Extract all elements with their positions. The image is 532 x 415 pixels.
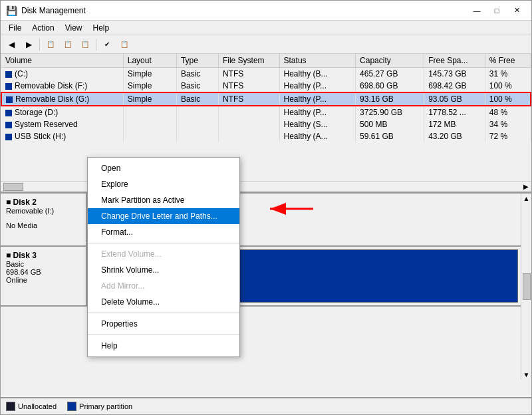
cell-layout: Simple (123, 80, 176, 92)
cell-capacity: 93.16 GB (356, 92, 424, 106)
legend-unallocated-box (6, 402, 15, 411)
table-row[interactable]: (C:) Simple Basic NTFS Healthy (B... 465… (1, 68, 531, 80)
menu-view[interactable]: View (60, 21, 88, 35)
menu-delete[interactable]: Delete Volume... (88, 294, 239, 310)
disk-row-2: ■ Disk 2 Removable (I:) No Media (1, 194, 521, 247)
cell-free: 145.73 GB (424, 68, 485, 80)
scrollbar-handle[interactable] (3, 183, 23, 191)
menu-shrink[interactable]: Shrink Volume... (88, 262, 239, 278)
h-scrollbar[interactable]: ▶ (1, 181, 531, 192)
toolbar: ◀ ▶ 📋 📋 📋 ✔ 📋 (1, 35, 531, 54)
legend-unallocated-label: Unallocated (18, 402, 57, 410)
disk-3-size: 698.64 GB (6, 268, 80, 276)
table-row[interactable]: System Reserved Healthy (S... 500 MB 172… (1, 118, 531, 130)
table-row[interactable]: USB Stick (H:) Healthy (A... 59.61 GB 43… (1, 130, 531, 142)
cell-layout: Simple (123, 68, 176, 80)
cell-type: Basic (176, 68, 218, 80)
disk-icon (6, 96, 13, 103)
close-button[interactable]: ✕ (507, 3, 526, 18)
menu-open[interactable]: Open (88, 160, 239, 176)
scroll-down-arrow[interactable]: ▼ (523, 371, 530, 378)
col-capacity: Capacity (356, 54, 424, 68)
cell-capacity: 465.27 GB (356, 68, 424, 80)
main-content: Volume Layout Type File System Status Ca… (1, 54, 531, 397)
menu-help[interactable]: Help (88, 21, 115, 35)
toolbar-btn5[interactable]: 📋 (116, 37, 132, 52)
cell-status: Healthy (B... (279, 68, 356, 80)
titlebar: 💾 Disk Management — □ ✕ (1, 1, 531, 21)
maximize-button[interactable]: □ (487, 3, 506, 18)
menu-help[interactable]: Help (88, 338, 239, 354)
cell-layout: Simple (123, 92, 176, 106)
bottom-panel: ▲ ▼ ■ Disk 2 Removable (I:) No Media (1, 194, 531, 397)
v-scrollbar-handle[interactable] (523, 273, 531, 300)
titlebar-left: 💾 Disk Management (6, 5, 86, 16)
col-volume: Volume (1, 54, 123, 68)
cell-fs (218, 106, 279, 118)
cell-free: 1778.52 ... (424, 106, 485, 118)
cell-pct: 34 % (485, 118, 531, 130)
table-row[interactable]: Removable Disk (F:) Simple Basic NTFS He… (1, 80, 531, 92)
legend-unallocated: Unallocated (6, 402, 57, 411)
cell-pct: 100 % (485, 80, 531, 92)
disk-icon (5, 83, 12, 90)
toolbar-btn3[interactable]: 📋 (77, 37, 93, 52)
disk-3-label: ■ Disk 3 Basic 698.64 GB Online (1, 247, 87, 305)
red-arrow (267, 199, 320, 221)
toolbar-back[interactable]: ◀ (3, 37, 19, 52)
cell-capacity: 698.60 GB (356, 80, 424, 92)
cell-status: Healthy (P... (279, 80, 356, 92)
toolbar-btn2[interactable]: 📋 (60, 37, 76, 52)
cell-status: Healthy (P... (279, 92, 356, 106)
cell-free: 93.05 GB (424, 92, 485, 106)
right-arrow[interactable]: ▶ (523, 183, 529, 190)
table-row[interactable]: Storage (D:) Healthy (P... 3725.90 GB 17… (1, 106, 531, 118)
col-filesystem: File System (218, 54, 279, 68)
cell-volume: USB Stick (H:) (1, 130, 123, 142)
disk-2-media: No Media (6, 221, 80, 229)
cell-volume: (C:) (1, 68, 123, 80)
v-scrollbar[interactable]: ▲ ▼ (521, 194, 531, 380)
col-status: Status (279, 54, 356, 68)
menu-format[interactable]: Format... (88, 224, 239, 240)
menu-mark-active[interactable]: Mark Partition as Active (88, 192, 239, 208)
menu-add-mirror: Add Mirror... (88, 278, 239, 294)
scroll-up-arrow[interactable]: ▲ (523, 195, 530, 202)
col-pct: % Free (485, 54, 531, 68)
cell-capacity: 3725.90 GB (356, 106, 424, 118)
window: 💾 Disk Management — □ ✕ File Action View… (0, 0, 532, 415)
volume-table: Volume Layout Type File System Status Ca… (1, 54, 531, 142)
cell-capacity: 500 MB (356, 118, 424, 130)
cell-layout (123, 106, 176, 118)
menu-properties[interactable]: Properties (88, 316, 239, 332)
disk-row-3: ■ Disk 3 Basic 698.64 GB Online Healthy … (1, 247, 521, 307)
toolbar-btn4[interactable]: ✔ (99, 37, 115, 52)
context-menu: Open Explore Mark Partition as Active Ch… (87, 157, 240, 357)
disk-2-label: ■ Disk 2 Removable (I:) No Media (1, 194, 87, 245)
cell-type: Basic (176, 92, 218, 106)
menu-change-drive-letter[interactable]: Change Drive Letter and Paths... (88, 208, 239, 224)
menu-action[interactable]: Action (27, 21, 59, 35)
menu-explore[interactable]: Explore (88, 176, 239, 192)
menu-file[interactable]: File (3, 21, 27, 35)
col-layout: Layout (123, 54, 176, 68)
cell-fs (218, 130, 279, 142)
legend-primary: Primary partition (67, 402, 132, 411)
cell-status: Healthy (A... (279, 130, 356, 142)
menu-sep3 (88, 335, 239, 335)
disk-3-type: Basic (6, 260, 80, 268)
titlebar-buttons: — □ ✕ (467, 3, 526, 18)
minimize-button[interactable]: — (467, 3, 486, 18)
table-row-selected[interactable]: Removable Disk (G:) Simple Basic NTFS He… (1, 92, 531, 106)
cell-status: Healthy (P... (279, 106, 356, 118)
disk-icon (5, 134, 12, 140)
toolbar-forward[interactable]: ▶ (21, 37, 37, 52)
menu-sep2 (88, 313, 239, 313)
disk-3-name: ■ Disk 3 (6, 251, 80, 260)
toolbar-btn1[interactable]: 📋 (43, 37, 59, 52)
table-header-row: Volume Layout Type File System Status Ca… (1, 54, 531, 68)
cell-layout (123, 130, 176, 142)
app-icon: 💾 (6, 5, 17, 16)
cell-volume: Removable Disk (G:) (1, 92, 123, 106)
disk-2-name: ■ Disk 2 (6, 198, 80, 207)
